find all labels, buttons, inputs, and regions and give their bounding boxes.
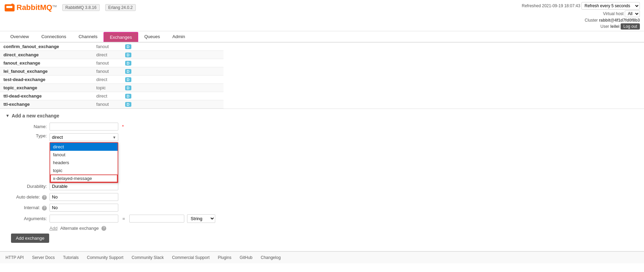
- internal-label: Internal: ?: [6, 205, 47, 211]
- exchange-type-cell: fanout: [93, 43, 121, 51]
- d-badge: D: [125, 69, 131, 74]
- nav-item-admin[interactable]: Admin: [166, 31, 191, 42]
- footer-link[interactable]: Plugins: [218, 255, 231, 260]
- logo-rabbit: Rabbit: [17, 3, 40, 12]
- table-row[interactable]: test-dead-exchange direct D: [0, 76, 223, 84]
- vhost-select[interactable]: All /: [625, 10, 640, 17]
- type-select[interactable]: direct fanout headers topic x-delayed-me…: [50, 133, 118, 141]
- arguments-key-input[interactable]: [50, 215, 118, 223]
- required-star: *: [122, 124, 124, 129]
- logout-button[interactable]: Log out: [621, 23, 640, 30]
- logo-area: RabbitMQTM RabbitMQ 3.8.16 Erlang 24.0.2: [4, 2, 136, 13]
- exchange-type-cell: fanout: [93, 67, 121, 76]
- internal-help-icon[interactable]: ?: [42, 206, 47, 211]
- nav-item-exchanges[interactable]: Exchanges: [103, 32, 138, 42]
- auto-delete-row: Auto delete: ? No Yes: [6, 193, 638, 201]
- nav-item-overview[interactable]: Overview: [4, 31, 35, 42]
- add-exchange-title: Add a new exchange: [12, 113, 59, 118]
- footer-link[interactable]: Community Support: [87, 255, 123, 260]
- d-badge: D: [125, 61, 131, 66]
- footer-link[interactable]: HTTP API: [6, 255, 24, 260]
- arguments-value-input[interactable]: [129, 215, 184, 223]
- alternate-exchange-label: Alternate exchange: [60, 226, 99, 231]
- dropdown-option-headers[interactable]: headers: [50, 159, 118, 167]
- arguments-eq: =: [122, 216, 125, 221]
- arguments-label: Arguments:: [6, 216, 47, 221]
- table-row[interactable]: ttl-exchange fanout D: [0, 100, 223, 109]
- internal-select[interactable]: No Yes: [50, 204, 118, 212]
- type-row: Type: direct fanout headers topic x-dela…: [6, 133, 638, 141]
- exchange-type-cell: fanout: [93, 100, 121, 109]
- add-link[interactable]: Add: [50, 226, 57, 231]
- exchange-badge-cell: D: [122, 51, 141, 59]
- durability-row: Durability: Durable Transient: [6, 182, 638, 190]
- version-erlang: Erlang 24.0.2: [105, 4, 136, 11]
- footer-link[interactable]: GitHub: [240, 255, 252, 260]
- exchanges-table: confirm_fanout_exchange fanout D direct_…: [0, 43, 223, 109]
- table-row[interactable]: lei_fanout_exchange fanout D: [0, 67, 223, 76]
- exchange-extra-cell: [141, 43, 182, 51]
- name-label: Name:: [6, 124, 47, 129]
- exchange-extra-cell2: [182, 84, 223, 92]
- alternate-exchange-help-icon[interactable]: ?: [101, 226, 106, 231]
- table-row[interactable]: fanout_exchange fanout D: [0, 59, 223, 67]
- add-exchange-toggle[interactable]: ▼ Add a new exchange: [6, 113, 638, 118]
- exchange-extra-cell2: [182, 51, 223, 59]
- vhost-line: Virtual host All /: [522, 10, 640, 17]
- logo-mq: MQ: [40, 3, 52, 12]
- footer-link[interactable]: Server Docs: [32, 255, 55, 260]
- user-value: leilei: [610, 24, 620, 29]
- table-row[interactable]: direct_exchange direct D: [0, 51, 223, 59]
- exchange-name-cell: fanout_exchange: [0, 59, 93, 67]
- nav-item-connections[interactable]: Connections: [35, 31, 72, 42]
- exchange-extra-cell: [141, 67, 182, 76]
- svg-rect-2: [10, 6, 12, 8]
- exchange-extra-cell2: [182, 100, 223, 109]
- rabbitmq-icon: [4, 2, 15, 13]
- d-badge: D: [125, 53, 131, 57]
- exchange-badge-cell: D: [122, 100, 141, 109]
- refresh-info-row: Refreshed 2021-09-19 18:07:43 No refresh…: [522, 2, 640, 10]
- exchange-extra-cell: [141, 59, 182, 67]
- refresh-select[interactable]: No refresh Refresh every 5 seconds Refre…: [581, 2, 640, 10]
- nav-item-channels[interactable]: Channels: [72, 31, 103, 42]
- name-input[interactable]: [50, 123, 118, 131]
- exchange-extra-cell: [141, 92, 182, 100]
- table-row[interactable]: confirm_fanout_exchange fanout D: [0, 43, 223, 51]
- footer-link[interactable]: Tutorials: [63, 255, 79, 260]
- durability-select[interactable]: Durable Transient: [50, 182, 118, 190]
- internal-row: Internal: ? No Yes: [6, 204, 638, 212]
- table-row[interactable]: ttl-dead-exchange direct D: [0, 92, 223, 100]
- exchange-type-cell: direct: [93, 92, 121, 100]
- top-right-info: Refreshed 2021-09-19 18:07:43 No refresh…: [522, 2, 640, 30]
- dropdown-option-x-delayed-message[interactable]: x-delayed-message: [50, 174, 118, 182]
- auto-delete-help-icon[interactable]: ?: [42, 195, 47, 200]
- d-badge: D: [125, 44, 131, 49]
- svg-rect-3: [8, 6, 10, 8]
- d-badge: D: [125, 77, 131, 82]
- arguments-type-select[interactable]: String Number Boolean: [187, 214, 215, 223]
- footer: HTTP APIServer DocsTutorialsCommunity Su…: [0, 251, 644, 263]
- exchange-extra-cell2: [182, 59, 223, 67]
- exchange-name-cell: lei_fanout_exchange: [0, 67, 93, 76]
- footer-link[interactable]: Commercial Support: [172, 255, 209, 260]
- exchange-name-cell: ttl-exchange: [0, 100, 93, 109]
- exchange-extra-cell: [141, 51, 182, 59]
- dropdown-option-direct[interactable]: direct: [50, 143, 118, 151]
- logo-tm: TM: [52, 4, 57, 8]
- auto-delete-select[interactable]: No Yes: [50, 193, 118, 201]
- nav-item-queues[interactable]: Queues: [138, 31, 166, 42]
- cluster-line: Cluster rabbit@4f1d7fd0f8b3: [522, 18, 640, 23]
- nav-bar: Overview Connections Channels Exchanges …: [0, 31, 644, 43]
- footer-link[interactable]: Community Slack: [132, 255, 164, 260]
- dropdown-option-topic[interactable]: topic: [50, 167, 118, 174]
- footer-link[interactable]: Changelog: [261, 255, 281, 260]
- dropdown-option-fanout[interactable]: fanout: [50, 151, 118, 159]
- cluster-value: rabbit@4f1d7fd0f8b3: [599, 18, 640, 23]
- exchange-badge-cell: D: [122, 92, 141, 100]
- table-row[interactable]: topic_exchange topic D: [0, 84, 223, 92]
- exchange-badge-cell: D: [122, 59, 141, 67]
- exchange-extra-cell2: [182, 67, 223, 76]
- alternate-exchange-row: Add Alternate exchange ?: [50, 226, 638, 231]
- add-exchange-button[interactable]: Add exchange: [11, 234, 49, 243]
